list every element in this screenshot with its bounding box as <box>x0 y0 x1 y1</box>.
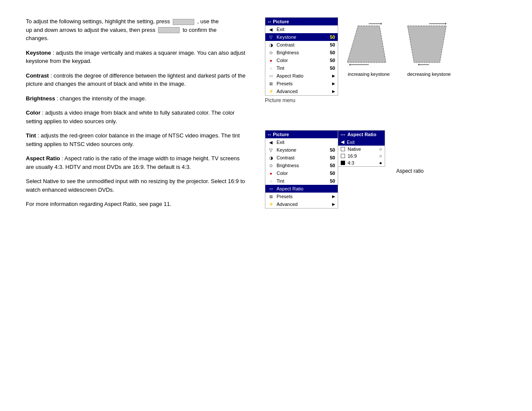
menu-item-aspect-ratio-bottom[interactable]: ▭ Aspect Ratio <box>265 185 338 193</box>
menu-item-color[interactable]: ● Color 50 <box>265 56 338 64</box>
increasing-keystone-label: increasing keystone <box>348 72 389 77</box>
page-container: To adjust the following settings, highli… <box>0 0 532 232</box>
intro-line3: changes. <box>26 35 49 41</box>
menu-item-keystone-bottom[interactable]: ▽ Keystone 50 <box>265 146 338 154</box>
menu-title-top: Picture <box>273 19 289 24</box>
menu-dots-bottom: •• <box>268 133 271 137</box>
menu-title-bar-bottom: •• Picture <box>265 131 338 138</box>
menu-title-bar-top: •• Picture <box>265 18 338 25</box>
intro-text: To adjust the following settings, highli… <box>26 18 170 25</box>
radio-16-9-indicator: ○ <box>379 153 382 159</box>
decreasing-keystone-svg <box>405 22 453 69</box>
radio-4-3-indicator: ● <box>379 160 382 165</box>
aspect-ratio-label-inline: Aspect Ratio <box>26 155 60 162</box>
picture-menu-top: •• Picture ◀ Exit ▽ Keystone 50 <box>265 17 338 96</box>
svg-marker-13 <box>408 26 446 62</box>
increasing-keystone-container: increasing keystone <box>345 22 392 77</box>
menu-item-exit-top[interactable]: ◀ Exit <box>265 25 338 33</box>
aspect-paragraph: Aspect Ratio : Aspect ratio is the ratio… <box>26 154 248 171</box>
color-icon-bottom: ● <box>268 170 274 176</box>
right-column: •• Picture ◀ Exit ▽ Keystone 50 <box>265 17 506 215</box>
contrast-desc: : controls the degree of difference betw… <box>26 72 246 87</box>
menu-item-tint[interactable]: ○ Tint 50 <box>265 64 338 72</box>
tint-desc: : adjusts the red-green color balance in… <box>26 132 240 147</box>
menu-item-tint-bottom[interactable]: ○ Tint 50 <box>265 177 338 185</box>
bottom-menu-section: •• Picture ◀ Exit ▽ Keystone 50 <box>265 130 506 212</box>
presets-icon-bottom: ▦ <box>268 193 274 199</box>
menu-item-advanced-bottom[interactable]: ⚡ Advanced ▶ <box>265 200 338 208</box>
menu-item-aspect-ratio-top[interactable]: ▭ Aspect Ratio ▶ <box>265 72 338 80</box>
aspect-ratio-label: Aspect ratio <box>396 168 423 174</box>
decreasing-keystone-label: decreasing keystone <box>408 72 451 77</box>
aspect-ratio-icon: ▭ <box>268 73 274 79</box>
back-arrow-icon-bottom: ◀ <box>268 139 274 145</box>
aspect-ratio-icon-bottom: ▭ <box>268 186 274 192</box>
contrast-icon-bottom: ◑ <box>268 155 274 161</box>
tint-icon: ○ <box>268 65 274 71</box>
native-note-text: Select Native to see the unmodified inpu… <box>26 178 245 193</box>
select-button-placeholder <box>173 19 194 25</box>
aspect-ratio-submenu-title: ••• Aspect Ratio <box>338 131 385 138</box>
brightness-desc: : changes the intensity of the image. <box>57 95 146 102</box>
top-menu-section: •• Picture ◀ Exit ▽ Keystone 50 <box>265 17 506 104</box>
color-label: Color <box>26 109 40 116</box>
submenu-item-native[interactable]: Native ○ <box>338 146 385 153</box>
keystone-label: Keystone <box>26 50 51 56</box>
menu-item-brightness[interactable]: ✿ Brightness 50 <box>265 49 338 56</box>
keystone-desc: : adjusts the image vertically and makes… <box>26 50 245 65</box>
advanced-icon-bottom: ⚡ <box>268 201 274 207</box>
intro-text-2: , use the <box>197 18 219 25</box>
brightness-paragraph: Brightness : changes the intensity of th… <box>26 94 248 103</box>
menu-item-keystone[interactable]: ▽ Keystone 50 <box>265 33 338 41</box>
more-info: For more information regarding Aspect Ra… <box>26 200 248 209</box>
aspect-ratio-submenu: ••• Aspect Ratio ◀ Exit Native ○ <box>338 130 385 167</box>
select-button-placeholder2 <box>158 27 180 33</box>
submenu-dots: ••• <box>341 133 345 137</box>
menu-item-presets-top[interactable]: ▦ Presets ▶ <box>265 80 338 87</box>
submenu-title-text: Aspect Ratio <box>347 132 376 137</box>
increasing-keystone-svg <box>345 22 392 69</box>
menu-title-bottom: Picture <box>273 132 289 137</box>
submenu-wrapper: •• Picture ◀ Exit ▽ Keystone 50 <box>265 130 385 209</box>
triangle-down-icon-bottom: ▽ <box>268 147 274 153</box>
tint-paragraph: Tint : adjusts the red-green color balan… <box>26 131 248 148</box>
radio-16-9 <box>341 154 345 158</box>
decreasing-keystone-container: decreasing keystone <box>405 22 453 77</box>
presets-icon: ▦ <box>268 81 274 87</box>
contrast-paragraph: Contrast : controls the degree of differ… <box>26 72 248 88</box>
contrast-icon: ◑ <box>268 42 274 48</box>
square-4-3 <box>341 161 345 165</box>
sun-icon-bottom: ✿ <box>268 162 274 168</box>
menu-item-contrast[interactable]: ◑ Contrast 50 <box>265 41 338 49</box>
svg-marker-6 <box>347 26 386 62</box>
menu-item-exit-bottom[interactable]: ◀ Exit <box>265 138 338 146</box>
top-menu-wrapper: •• Picture ◀ Exit ▽ Keystone 50 <box>265 17 506 104</box>
brightness-label: Brightness <box>26 95 55 102</box>
menu-item-contrast-bottom[interactable]: ◑ Contrast 50 <box>265 154 338 162</box>
menu-dots-top: •• <box>268 20 271 24</box>
color-desc: : adjusts a video image from black and w… <box>26 109 235 125</box>
more-info-text: For more information regarding Aspect Ra… <box>26 201 171 207</box>
menu-item-brightness-bottom[interactable]: ✿ Brightness 50 <box>265 162 338 169</box>
picture-menu-label-top: Picture menu <box>265 97 338 103</box>
intro-line2b: to confirm the <box>183 27 217 33</box>
intro-paragraph: To adjust the following settings, highli… <box>26 17 248 43</box>
sun-icon: ✿ <box>268 50 274 56</box>
menu-item-color-bottom[interactable]: ● Color 50 <box>265 169 338 177</box>
triangle-down-icon: ▽ <box>268 34 274 40</box>
menu-item-presets-bottom[interactable]: ▦ Presets ▶ <box>265 193 338 200</box>
tint-label: Tint <box>26 132 36 139</box>
native-note: Select Native to see the unmodified inpu… <box>26 177 248 194</box>
picture-menu-bottom: •• Picture ◀ Exit ▽ Keystone 50 <box>265 130 338 209</box>
submenu-item-exit[interactable]: ◀ Exit <box>338 138 385 146</box>
exit-arrow-icon: ◀ <box>341 139 344 145</box>
menu-item-advanced-top[interactable]: ⚡ Advanced ▶ <box>265 87 338 95</box>
submenu-item-16-9[interactable]: 16:9 ○ <box>338 153 385 159</box>
aspect-ratio-section: •• Picture ◀ Exit ▽ Keystone 50 <box>265 130 506 212</box>
back-arrow-icon: ◀ <box>268 26 274 32</box>
advanced-icon-top: ⚡ <box>268 88 274 94</box>
color-icon: ● <box>268 57 274 63</box>
keystone-diagram: increasing keystone <box>345 22 453 77</box>
tint-icon-bottom: ○ <box>268 178 274 184</box>
submenu-item-4-3[interactable]: 4:3 ● <box>338 159 385 166</box>
